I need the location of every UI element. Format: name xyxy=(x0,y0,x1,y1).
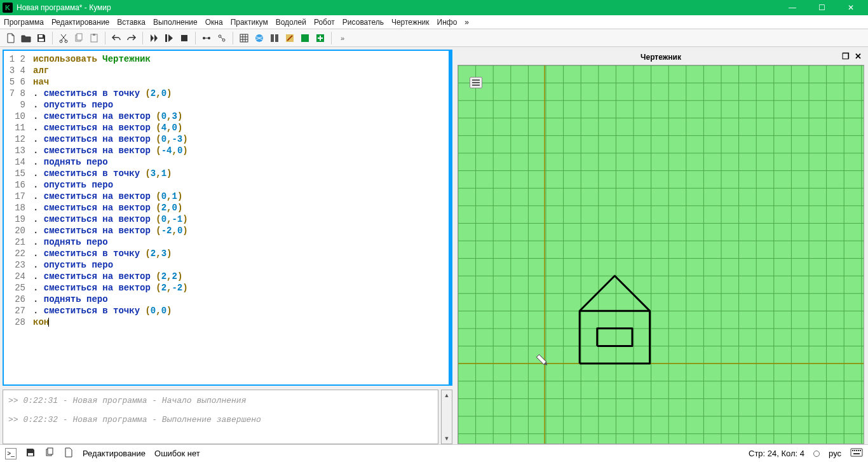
green-plus-icon[interactable] xyxy=(313,31,327,45)
status-keyboard-icon[interactable] xyxy=(850,448,863,459)
status-terminal-icon[interactable]: >_ xyxy=(5,448,17,459)
drawer-panel-titlebar: Чертежник ❐ ✕ xyxy=(458,50,864,65)
status-cursor-pos: Стр: 24, Кол: 4 xyxy=(749,449,804,458)
toolbar: » xyxy=(0,29,868,47)
toolbar-separator xyxy=(52,32,53,44)
new-file-icon[interactable] xyxy=(4,31,18,45)
status-errors: Ошибок нет xyxy=(154,449,200,458)
status-mode: Редактирование xyxy=(83,449,146,458)
menu-edit[interactable]: Редактирование xyxy=(51,18,109,27)
svg-rect-71 xyxy=(28,453,33,456)
menu-insert[interactable]: Вставка xyxy=(117,18,146,27)
window-title: Новая программа* - Кумир xyxy=(17,3,111,12)
status-lang: рус xyxy=(829,449,841,458)
run-icon[interactable] xyxy=(147,31,161,45)
right-column: Чертежник ❐ ✕ xyxy=(458,50,864,444)
svg-rect-9 xyxy=(181,35,187,41)
actor-toggle-icon[interactable] xyxy=(200,31,214,45)
save-file-icon[interactable] xyxy=(34,31,48,45)
drawer-canvas[interactable] xyxy=(458,65,864,444)
code-editor[interactable]: 1 2 3 4 5 6 7 8 9 10 11 12 13 14 15 16 1… xyxy=(3,50,452,386)
menubar: Программа Редактирование Вставка Выполне… xyxy=(0,15,868,29)
svg-rect-0 xyxy=(39,35,43,37)
svg-rect-16 xyxy=(271,34,274,42)
svg-rect-5 xyxy=(77,34,82,40)
panel-popout-icon[interactable]: ❐ xyxy=(842,51,850,61)
toolbar-separator xyxy=(233,32,233,44)
grid-panel-icon[interactable] xyxy=(237,31,251,45)
toolbar-separator xyxy=(142,32,143,44)
menu-robot[interactable]: Робот xyxy=(314,18,335,27)
copy-icon[interactable] xyxy=(72,31,86,45)
console-line: >> 0:22:31 - Новая программа - Начало вы… xyxy=(8,394,433,408)
scroll-up-icon[interactable]: ▲ xyxy=(442,390,452,400)
svg-rect-73 xyxy=(48,448,53,454)
open-file-icon[interactable] xyxy=(19,31,33,45)
redo-icon[interactable] xyxy=(125,31,139,45)
menu-drawer[interactable]: Чертежник xyxy=(391,18,430,27)
actor-link-icon[interactable] xyxy=(215,31,229,45)
svg-rect-74 xyxy=(851,449,862,456)
cut-icon[interactable] xyxy=(57,31,71,45)
output-console[interactable]: >> 0:22:31 - Новая программа - Начало вы… xyxy=(3,390,438,444)
canvas-menu-icon[interactable] xyxy=(470,77,482,88)
toolbar-separator xyxy=(331,32,332,44)
minimize-button[interactable]: — xyxy=(778,0,807,15)
menu-info[interactable]: Инфо xyxy=(437,18,458,27)
brush-icon[interactable] xyxy=(283,31,297,45)
svg-rect-79 xyxy=(860,450,861,451)
console-line: >> 0:22:32 - Новая программа - Выполнени… xyxy=(8,413,433,427)
svg-rect-77 xyxy=(856,450,857,451)
paste-icon[interactable] xyxy=(87,31,101,45)
svg-rect-1 xyxy=(39,39,44,41)
svg-rect-80 xyxy=(853,453,860,454)
svg-rect-76 xyxy=(854,450,855,451)
menu-painter[interactable]: Рисователь xyxy=(342,18,384,27)
menu-run[interactable]: Выполнение xyxy=(153,18,198,27)
console-wrap: >> 0:22:31 - Новая программа - Начало вы… xyxy=(3,390,452,444)
svg-rect-75 xyxy=(852,450,853,451)
left-column: 1 2 3 4 5 6 7 8 9 10 11 12 13 14 15 16 1… xyxy=(3,50,452,444)
drawer-panel-title: Чертежник xyxy=(641,53,681,62)
svg-rect-78 xyxy=(858,450,859,451)
panels-icon[interactable] xyxy=(268,31,281,45)
menu-vodoley[interactable]: Водолей xyxy=(276,18,306,27)
panel-close-icon[interactable]: ✕ xyxy=(855,51,862,61)
svg-rect-7 xyxy=(93,34,95,36)
menu-practicum[interactable]: Практикум xyxy=(231,18,268,27)
menu-more[interactable]: » xyxy=(465,18,469,27)
stop-icon[interactable] xyxy=(177,31,191,45)
svg-rect-19 xyxy=(301,34,309,42)
scroll-down-icon[interactable]: ▼ xyxy=(442,433,452,444)
globe-icon[interactable] xyxy=(252,31,266,45)
menu-windows[interactable]: Окна xyxy=(205,18,223,27)
code-area[interactable]: использовать Чертежник алг нач . сместит… xyxy=(29,51,449,384)
step-icon[interactable] xyxy=(162,31,176,45)
toolbar-separator xyxy=(105,32,105,44)
undo-icon[interactable] xyxy=(109,31,123,45)
main-area: 1 2 3 4 5 6 7 8 9 10 11 12 13 14 15 16 1… xyxy=(0,47,868,444)
status-save-icon[interactable] xyxy=(25,447,36,459)
titlebar: K Новая программа* - Кумир — ☐ ✕ xyxy=(0,0,868,15)
status-record-icon[interactable] xyxy=(813,451,820,457)
menu-program[interactable]: Программа xyxy=(4,18,44,27)
svg-rect-8 xyxy=(165,34,167,42)
close-button[interactable]: ✕ xyxy=(836,0,865,15)
app-icon: K xyxy=(3,3,13,13)
console-scrollbar[interactable]: ▲ ▼ xyxy=(441,390,452,444)
status-doc-icon[interactable] xyxy=(64,447,74,459)
toolbar-separator xyxy=(195,32,196,44)
svg-rect-17 xyxy=(275,34,278,42)
line-gutter: 1 2 3 4 5 6 7 8 9 10 11 12 13 14 15 16 1… xyxy=(4,51,29,384)
status-copy-icon[interactable] xyxy=(44,447,55,459)
green-box-icon[interactable] xyxy=(298,31,312,45)
more-chevron-icon[interactable]: » xyxy=(336,31,349,45)
statusbar: >_ Редактирование Ошибок нет Стр: 24, Ко… xyxy=(0,444,868,462)
maximize-button[interactable]: ☐ xyxy=(807,0,836,15)
svg-rect-14 xyxy=(240,34,248,42)
